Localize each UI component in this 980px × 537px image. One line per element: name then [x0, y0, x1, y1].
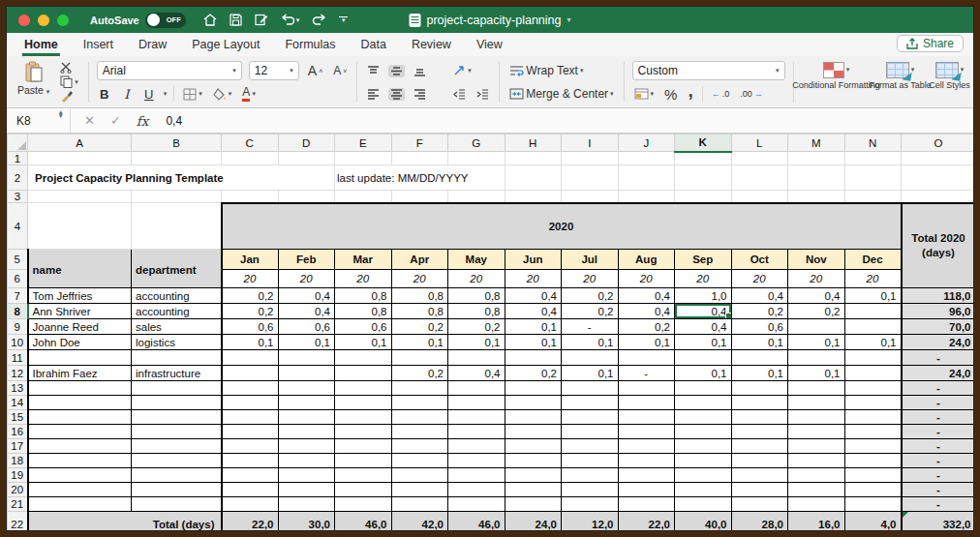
row-header-20[interactable]: 20	[8, 483, 28, 497]
row-header-12[interactable]: 12	[8, 366, 28, 381]
cell-E21[interactable]	[335, 497, 392, 512]
cell-A9[interactable]: Joanne Reed	[28, 319, 132, 335]
cell-N2[interactable]	[844, 165, 902, 191]
cell-K10[interactable]: 0,1	[675, 335, 732, 350]
font-color-button[interactable]: A▾	[240, 85, 258, 103]
cell-J17[interactable]	[618, 439, 675, 454]
align-right-button[interactable]	[412, 88, 428, 101]
cell-O13[interactable]: -	[902, 381, 974, 396]
copy-button[interactable]: ▾	[58, 75, 80, 89]
column-header-D[interactable]: D	[278, 134, 335, 152]
cell-K16[interactable]	[675, 425, 732, 439]
cell-F16[interactable]	[391, 425, 448, 439]
row-header-4[interactable]: 4	[8, 203, 28, 250]
cell-O18[interactable]: -	[902, 454, 974, 468]
row-header-6[interactable]: 6	[8, 270, 28, 288]
row-header-16[interactable]: 16	[8, 425, 28, 439]
cell-C11[interactable]	[222, 350, 279, 366]
cell-F10[interactable]: 0,1	[391, 335, 448, 350]
cell-G19[interactable]	[448, 468, 505, 483]
undo-chevron-icon[interactable]: ▾	[296, 16, 300, 24]
cell-N7[interactable]: 0,1	[844, 288, 902, 304]
total-days-label-cell[interactable]: Total (days)	[28, 512, 222, 531]
cell-I13[interactable]	[562, 381, 619, 396]
increase-font-size-button[interactable]: A˄	[306, 62, 324, 79]
cell-A17[interactable]	[28, 439, 132, 454]
insert-function-icon[interactable]: fx	[137, 113, 149, 129]
cell-A3[interactable]	[28, 191, 132, 203]
cell-F13[interactable]	[391, 381, 448, 396]
column-header-J[interactable]: J	[618, 134, 675, 152]
cell-K17[interactable]	[675, 439, 732, 454]
tab-view[interactable]: View	[476, 33, 503, 56]
cell-D1[interactable]	[278, 152, 335, 165]
cell-A7[interactable]: Tom Jeffries	[28, 288, 132, 304]
cell-G11[interactable]	[448, 350, 505, 366]
redo-icon[interactable]	[312, 14, 326, 26]
cell-C18[interactable]	[222, 454, 279, 468]
cell-O8[interactable]: 96,0	[902, 304, 974, 319]
cell-F11[interactable]	[391, 350, 448, 366]
column-header-K[interactable]: K	[675, 134, 732, 152]
cell-N12[interactable]	[844, 366, 902, 381]
cell-H20[interactable]	[505, 483, 562, 497]
column-header-A[interactable]: A	[28, 134, 132, 152]
cell-M20[interactable]	[788, 483, 845, 497]
month-header-jan[interactable]: Jan	[222, 250, 279, 270]
name-header-cell[interactable]: name	[28, 250, 132, 288]
cell-J13[interactable]	[618, 381, 675, 396]
total-E22[interactable]: 46,0	[335, 512, 392, 531]
cell-L16[interactable]	[731, 425, 788, 439]
cell-J12[interactable]: -	[618, 366, 675, 381]
cell-H21[interactable]	[505, 497, 562, 512]
cell-N20[interactable]	[844, 483, 902, 497]
cell-E16[interactable]	[335, 425, 392, 439]
edit-sheet-icon[interactable]	[255, 14, 268, 26]
cell-L21[interactable]	[731, 497, 788, 512]
close-window-button[interactable]	[18, 15, 30, 26]
cell-N13[interactable]	[844, 381, 902, 396]
cell-H14[interactable]	[505, 396, 562, 410]
cut-button[interactable]	[58, 61, 80, 75]
wrap-text-button[interactable]: Wrap Text▾	[507, 63, 585, 78]
cell-I19[interactable]	[562, 468, 619, 483]
align-middle-button[interactable]	[388, 65, 405, 77]
cell-C17[interactable]	[222, 439, 279, 454]
cell-E20[interactable]	[335, 483, 392, 497]
cell-G17[interactable]	[448, 439, 505, 454]
cell-O2[interactable]	[902, 165, 974, 191]
cell-F18[interactable]	[391, 454, 448, 468]
cell-C16[interactable]	[222, 425, 279, 439]
cell-O14[interactable]: -	[902, 396, 974, 410]
cell-G18[interactable]	[448, 454, 505, 468]
cell-L13[interactable]	[731, 381, 788, 396]
cell-B9[interactable]: sales	[132, 319, 222, 335]
sheet-title-cell[interactable]: Project Capacity Planning Template	[28, 165, 335, 191]
cell-H1[interactable]	[505, 152, 562, 165]
column-header-G[interactable]: G	[448, 134, 505, 152]
cell-F7[interactable]: 0,8	[391, 288, 448, 304]
paste-button[interactable]: Paste ▾	[15, 60, 52, 104]
cell-I7[interactable]: 0,2	[562, 288, 619, 304]
cell-B12[interactable]: infrastructure	[132, 366, 222, 381]
row-header-22[interactable]: 22	[8, 512, 28, 531]
cell-I8[interactable]: 0,2	[562, 304, 619, 319]
cell-C3[interactable]	[222, 191, 279, 203]
align-bottom-button[interactable]	[412, 65, 428, 77]
align-top-button[interactable]	[365, 65, 382, 77]
merge-center-button[interactable]: Merge & Center▾	[507, 86, 615, 102]
month-header-apr[interactable]: Apr	[391, 250, 448, 270]
cell-J3[interactable]	[618, 191, 675, 203]
font-name-select[interactable]: Arial▾	[97, 61, 242, 80]
tab-page-layout[interactable]: Page Layout	[192, 33, 260, 56]
cell-J1[interactable]	[618, 152, 675, 165]
conditional-formatting-button[interactable]: ▾ Conditional Formatting	[802, 60, 872, 104]
cell-M15[interactable]	[788, 410, 845, 425]
cell-A4[interactable]	[28, 203, 132, 250]
cell-O21[interactable]: -	[902, 497, 974, 512]
column-header-L[interactable]: L	[731, 134, 788, 152]
cell-E15[interactable]	[335, 410, 392, 425]
cell-B20[interactable]	[132, 483, 222, 497]
cell-G10[interactable]: 0,1	[448, 335, 505, 350]
cell-H17[interactable]	[505, 439, 562, 454]
